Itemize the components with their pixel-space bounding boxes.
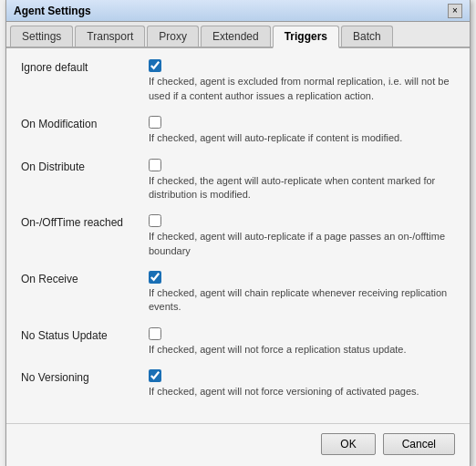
checkbox-on-modification[interactable] xyxy=(149,116,161,129)
close-button[interactable]: × xyxy=(448,4,462,18)
label-on-distribute: On Distribute xyxy=(21,159,149,173)
tab-strip: SettingsTransportProxyExtendedTriggersBa… xyxy=(6,22,470,48)
checkbox-wrap-no-status-update xyxy=(149,327,455,340)
row-on-distribute: On DistributeIf checked, the agent will … xyxy=(21,159,455,202)
checkbox-wrap-on-receive xyxy=(149,271,455,284)
tab-content: Ignore defaultIf checked, agent is exclu… xyxy=(6,48,470,422)
checkbox-wrap-ignore-default xyxy=(149,59,455,72)
checkbox-wrap-on-modification xyxy=(149,116,455,129)
row-on-off-time: On-/OffTime reachedIf checked, agent wil… xyxy=(21,214,455,258)
row-ignore-default: Ignore defaultIf checked, agent is exclu… xyxy=(21,59,455,103)
dialog-title: Agent Settings xyxy=(14,5,91,17)
row-on-receive: On ReceiveIf checked, agent will chain r… xyxy=(21,271,455,315)
ok-button[interactable]: OK xyxy=(321,433,375,455)
desc-on-modification: If checked, agent will auto-replicate if… xyxy=(149,131,455,145)
right-ignore-default: If checked, agent is excluded from norma… xyxy=(149,59,455,103)
checkbox-no-versioning[interactable] xyxy=(149,369,161,382)
desc-no-versioning: If checked, agent will not force version… xyxy=(149,385,455,399)
checkbox-wrap-on-distribute xyxy=(149,159,455,171)
right-no-versioning: If checked, agent will not force version… xyxy=(149,369,455,399)
row-on-modification: On ModificationIf checked, agent will au… xyxy=(21,116,455,145)
agent-settings-dialog: Agent Settings × SettingsTransportProxyE… xyxy=(5,0,471,466)
label-no-status-update: No Status Update xyxy=(21,327,149,342)
tab-triggers[interactable]: Triggers xyxy=(273,26,339,48)
tab-extended[interactable]: Extended xyxy=(201,26,271,47)
tab-proxy[interactable]: Proxy xyxy=(147,26,199,47)
desc-on-distribute: If checked, the agent will auto-replicat… xyxy=(149,174,455,202)
tab-transport[interactable]: Transport xyxy=(75,26,145,47)
label-on-modification: On Modification xyxy=(21,116,149,130)
desc-on-off-time: If checked, agent will auto-replicate if… xyxy=(149,230,455,258)
desc-on-receive: If checked, agent will chain replicate w… xyxy=(149,286,455,315)
row-no-status-update: No Status UpdateIf checked, agent will n… xyxy=(21,327,455,357)
checkbox-wrap-on-off-time xyxy=(149,214,455,227)
desc-no-status-update: If checked, agent will not force a repli… xyxy=(149,343,455,357)
right-on-off-time: If checked, agent will auto-replicate if… xyxy=(149,214,455,258)
checkbox-on-distribute[interactable] xyxy=(149,159,161,171)
checkbox-on-receive[interactable] xyxy=(149,271,161,284)
right-no-status-update: If checked, agent will not force a repli… xyxy=(149,327,455,357)
desc-ignore-default: If checked, agent is excluded from norma… xyxy=(149,75,455,103)
label-no-versioning: No Versioning xyxy=(21,369,149,384)
checkbox-wrap-no-versioning xyxy=(149,369,455,382)
tab-batch[interactable]: Batch xyxy=(341,26,393,47)
checkbox-no-status-update[interactable] xyxy=(149,327,161,340)
footer: OK Cancel xyxy=(6,423,470,466)
checkbox-ignore-default[interactable] xyxy=(149,59,161,72)
label-ignore-default: Ignore default xyxy=(21,59,149,74)
tab-settings[interactable]: Settings xyxy=(10,26,73,47)
cancel-button[interactable]: Cancel xyxy=(383,433,455,455)
checkbox-on-off-time[interactable] xyxy=(149,214,161,227)
right-on-modification: If checked, agent will auto-replicate if… xyxy=(149,116,455,145)
row-no-versioning: No VersioningIf checked, agent will not … xyxy=(21,369,455,399)
title-bar: Agent Settings × xyxy=(6,0,470,22)
right-on-receive: If checked, agent will chain replicate w… xyxy=(149,271,455,315)
right-on-distribute: If checked, the agent will auto-replicat… xyxy=(149,159,455,202)
label-on-off-time: On-/OffTime reached xyxy=(21,214,149,229)
label-on-receive: On Receive xyxy=(21,271,149,285)
